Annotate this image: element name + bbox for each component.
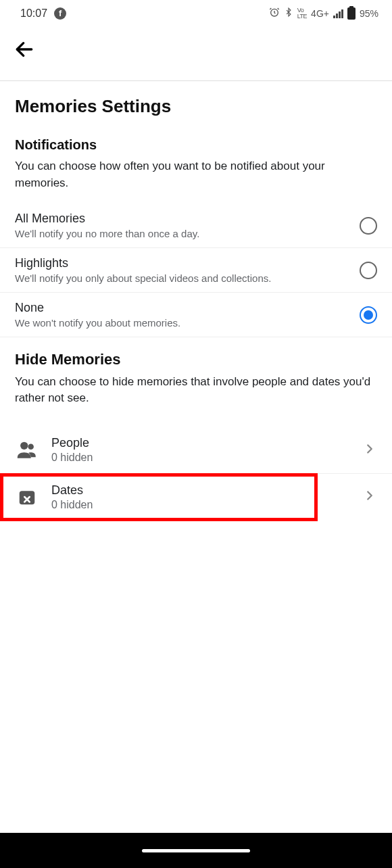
facebook-icon: f [54,7,66,20]
option-text: Highlights We'll notify you only about s… [15,256,360,284]
hide-title: Dates [51,483,303,498]
battery-icon [347,7,356,20]
radio-none[interactable] [360,306,377,324]
status-left: 10:07 f [20,7,66,20]
option-title: None [15,301,360,315]
chevron-right-icon [362,441,377,459]
battery-percent: 95% [360,8,378,19]
back-button[interactable] [12,37,36,62]
notifications-desc: You can choose how often you want to be … [0,157,392,203]
option-text: All Memories We'll notify you no more th… [15,212,360,239]
hide-sub: 0 hidden [51,499,303,511]
signal-icon [333,9,343,18]
calendar-x-icon [15,485,39,509]
option-sub: We'll notify you no more than once a day… [15,228,360,239]
option-text: None We won't notify you about memories. [15,301,360,329]
chevron-right-icon [362,488,377,506]
network-label: 4G+ [311,8,329,19]
hide-memories-desc: You can choose to hide memories that inv… [0,372,392,427]
hide-text: Dates 0 hidden [51,483,303,511]
header [0,24,392,80]
page-title: Memories Settings [0,81,392,130]
svg-point-3 [28,444,34,450]
navigation-bar [0,833,392,868]
option-highlights[interactable]: Highlights We'll notify you only about s… [0,248,392,293]
svg-rect-4 [20,491,35,505]
status-time: 10:07 [20,7,47,20]
hide-text: People 0 hidden [51,436,377,464]
hide-memories-title: Hide Memories [0,337,392,372]
status-bar: 10:07 f VoLTE 4G+ 95% [0,0,392,24]
bluetooth-icon [284,7,293,20]
hide-title: People [51,436,377,450]
svg-point-2 [20,442,28,450]
status-right: VoLTE 4G+ 95% [269,7,378,20]
radio-all-memories[interactable] [360,217,377,235]
radio-highlights[interactable] [360,262,377,279]
alarm-icon [269,7,280,20]
notifications-title: Notifications [0,130,392,157]
hide-people-row[interactable]: People 0 hidden [0,427,392,474]
hide-dates-row[interactable]: Dates 0 hidden [0,473,318,521]
option-sub: We won't notify you about memories. [15,317,360,329]
option-sub: We'll notify you only about special vide… [15,272,360,284]
option-none[interactable]: None We won't notify you about memories. [0,293,392,337]
hide-sub: 0 hidden [51,452,377,464]
option-title: All Memories [15,212,360,226]
people-icon [15,437,39,462]
volte-icon: VoLTE [297,7,307,20]
home-indicator[interactable] [142,849,250,852]
option-title: Highlights [15,256,360,270]
option-all-memories[interactable]: All Memories We'll notify you no more th… [0,203,392,248]
